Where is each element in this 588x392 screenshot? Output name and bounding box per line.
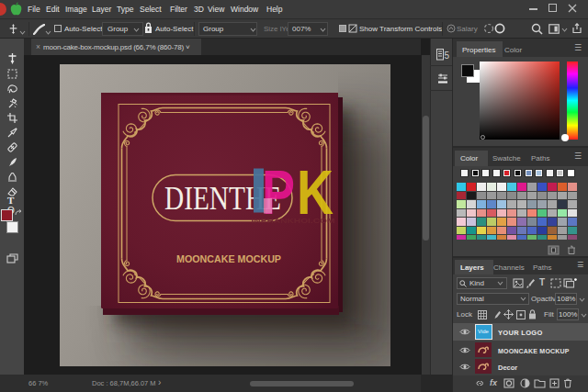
svg-text:MOONCAKE MOCKUP: MOONCAKE MOCKUP: [176, 254, 281, 264]
svg-text:5: 5: [445, 50, 450, 61]
svg-text:INPHANKHOI.COM: INPHANKHOI.COM: [252, 217, 335, 225]
